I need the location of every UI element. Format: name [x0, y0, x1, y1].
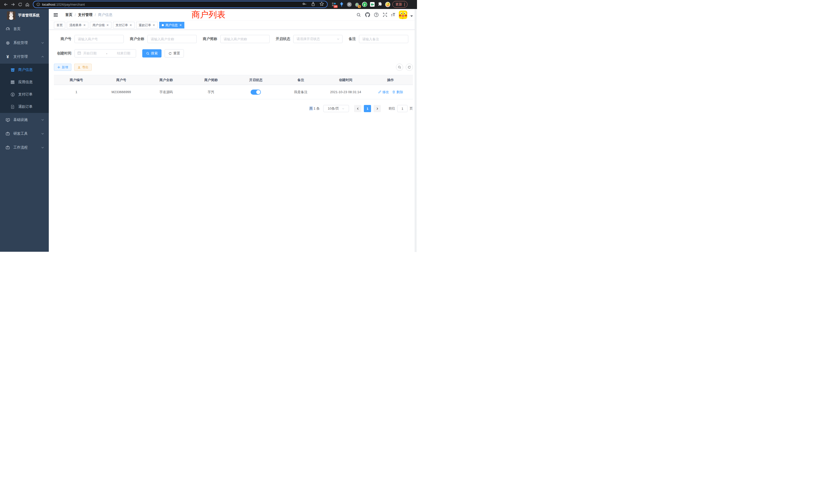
- tab-process-form[interactable]: 流程表单✕: [67, 22, 88, 28]
- sidebar-item-label: 基础设施: [13, 117, 28, 122]
- chevron-up-icon: [41, 55, 44, 58]
- password-key-icon[interactable]: [302, 2, 307, 7]
- page-header: 首页 / 支付管理 / 商户信息 TT: [49, 9, 417, 21]
- browser-back-button[interactable]: [2, 1, 9, 8]
- fullscreen-icon[interactable]: [382, 12, 388, 18]
- calendar-icon: [77, 51, 81, 56]
- reset-button[interactable]: 重置: [164, 49, 184, 58]
- tab-close-icon[interactable]: ✕: [129, 24, 132, 27]
- font-size-icon[interactable]: TT: [391, 13, 395, 17]
- header-search-icon[interactable]: [356, 12, 361, 18]
- sidebar-item-refund-order[interactable]: 退款订单: [0, 100, 49, 113]
- breadcrumb-separator: /: [95, 13, 96, 17]
- search-button[interactable]: 搜索: [142, 49, 161, 58]
- extension-y-icon[interactable]: y: [362, 2, 367, 7]
- search-icon: [146, 52, 150, 55]
- delete-button-label: 删除: [396, 90, 403, 94]
- profile-avatar-icon[interactable]: [385, 2, 390, 7]
- user-avatar[interactable]: [399, 10, 407, 19]
- browser-forward-button[interactable]: [9, 1, 17, 8]
- chevron-down-icon: [337, 38, 340, 41]
- cell-full-name: 芋道源码: [144, 85, 189, 99]
- breadcrumb-pay[interactable]: 支付管理: [78, 13, 92, 17]
- short-name-input[interactable]: [220, 35, 270, 43]
- tab-refund-order[interactable]: 退款订单✕: [136, 22, 158, 28]
- full-name-label: 商户全称: [130, 37, 144, 41]
- page-size-value: 10条/页: [328, 106, 339, 111]
- github-icon[interactable]: [365, 12, 370, 18]
- page-number-1[interactable]: 1: [364, 105, 371, 112]
- tab-close-icon[interactable]: ✕: [106, 24, 109, 27]
- sidebar-toggle-button[interactable]: [53, 12, 59, 18]
- toggle-search-button[interactable]: [396, 64, 403, 71]
- sidebar-item-system[interactable]: 系统管理: [0, 36, 49, 50]
- add-button[interactable]: 新增: [54, 64, 71, 71]
- breadcrumb-home[interactable]: 首页: [65, 13, 72, 17]
- tab-close-icon[interactable]: ✕: [153, 24, 155, 27]
- status-select[interactable]: 请选择开启状态: [293, 35, 343, 43]
- extension-command-icon[interactable]: ⌘: [347, 2, 352, 7]
- sidebar-item-pay-order[interactable]: 支付订单: [0, 88, 49, 100]
- tab-user-group[interactable]: 用户分组✕: [90, 22, 111, 28]
- tab-close-icon[interactable]: ✕: [179, 24, 182, 27]
- browser-home-button[interactable]: [24, 1, 31, 8]
- url-path: :1024/pay/merchant: [55, 3, 85, 6]
- extension-meet-icon[interactable]: [370, 2, 375, 7]
- url-bar[interactable]: localhost:1024/pay/merchant: [33, 1, 328, 8]
- status-label: 开启状态: [276, 37, 290, 41]
- sidebar-item-app-info[interactable]: 应用信息: [0, 76, 49, 88]
- update-label: 更新: [395, 2, 402, 7]
- goto-label: 前往: [389, 106, 395, 111]
- col-header-actions: 操作: [368, 75, 413, 85]
- share-icon[interactable]: [311, 2, 315, 7]
- create-time-range-picker[interactable]: 开始日期 - 结束日期: [74, 49, 136, 58]
- sidebar-item-infrastructure[interactable]: 基础设施: [0, 113, 49, 127]
- browser-reload-button[interactable]: [17, 1, 24, 8]
- bookmark-star-icon[interactable]: [320, 2, 324, 7]
- extensions-puzzle-icon[interactable]: [377, 2, 382, 7]
- next-page-button[interactable]: [374, 105, 381, 112]
- page-size-select[interactable]: 10条/页: [323, 105, 349, 112]
- sidebar-item-payment[interactable]: ¥ 支付管理: [0, 50, 49, 64]
- browser-update-button[interactable]: 更新: [392, 1, 408, 8]
- tab-home[interactable]: 首页: [54, 22, 65, 28]
- export-button[interactable]: 导出: [74, 64, 92, 71]
- remark-input[interactable]: [359, 35, 408, 43]
- sidebar-item-label: 支付订单: [18, 92, 32, 97]
- pagination-total-highlight: 共: [309, 107, 313, 110]
- reset-button-label: 重置: [173, 51, 180, 56]
- sidebar-item-workflow[interactable]: 工作流程: [0, 141, 49, 155]
- site-info-icon[interactable]: [37, 3, 40, 6]
- edit-button[interactable]: 修改: [378, 90, 389, 94]
- sidebar-item-merchant-info[interactable]: 商户信息: [0, 64, 49, 76]
- extension-egg-icon[interactable]: 1: [354, 2, 359, 7]
- browser-menu-icon[interactable]: [404, 3, 405, 6]
- goto-page-input[interactable]: [397, 105, 408, 112]
- sidebar-item-dev-tools[interactable]: 研发工具: [0, 127, 49, 141]
- extension-gem-icon[interactable]: [339, 2, 344, 7]
- tab-merchant-info[interactable]: 商户信息✕: [159, 22, 184, 28]
- prev-page-button[interactable]: [354, 105, 361, 112]
- full-name-input[interactable]: [147, 35, 197, 43]
- merchant-no-input[interactable]: [74, 35, 124, 43]
- page-scrollbar[interactable]: [415, 9, 417, 252]
- status-toggle[interactable]: [250, 90, 261, 95]
- chevron-down-icon: [41, 146, 44, 149]
- tab-label: 流程表单: [69, 23, 82, 27]
- yen-circle-icon: [10, 92, 15, 97]
- col-header-status: 开启状态: [234, 75, 278, 85]
- extension-grid-icon[interactable]: 10: [331, 2, 336, 7]
- tab-close-icon[interactable]: ✕: [83, 24, 86, 27]
- annotation-merchant-list: 商户列表: [192, 9, 225, 21]
- browser-extensions: 10 ⌘ 1 y: [331, 2, 390, 7]
- pagination-total: 共 1 条: [309, 106, 320, 111]
- app-logo[interactable]: 芋道管理系统: [0, 9, 49, 22]
- refresh-table-button[interactable]: [406, 64, 413, 71]
- tab-pay-order[interactable]: 支付订单✕: [113, 22, 135, 28]
- delete-button[interactable]: 删除: [392, 90, 403, 94]
- sidebar-item-home[interactable]: 首页: [0, 22, 49, 36]
- avatar-dropdown-caret-icon[interactable]: [410, 16, 413, 17]
- help-icon[interactable]: [374, 12, 379, 18]
- monitor-icon: [5, 117, 10, 122]
- sidebar-item-label: 系统管理: [13, 41, 28, 45]
